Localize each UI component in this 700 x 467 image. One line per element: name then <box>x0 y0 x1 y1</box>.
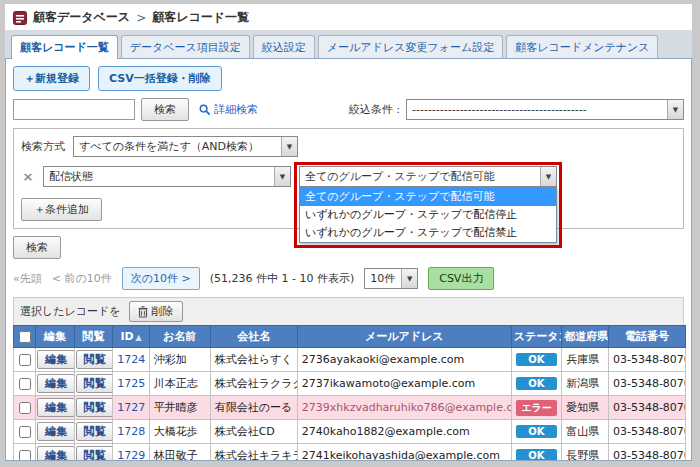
row-checkbox[interactable] <box>19 450 31 461</box>
status-badge: OK <box>516 449 558 461</box>
add-condition-button[interactable]: ＋条件追加 <box>21 198 102 221</box>
header-id[interactable]: ID▲ <box>113 326 149 348</box>
header-phone: 電話番号 <box>608 326 685 348</box>
filter-condition-value: ----------------------------------------… <box>412 103 663 116</box>
view-button[interactable]: 閲覧 <box>76 350 113 369</box>
cell-name: 沖彩加 <box>149 348 210 372</box>
filter-condition-select[interactable]: ----------------------------------------… <box>406 99 684 120</box>
cell-pref: 新潟県 <box>562 372 609 396</box>
edit-button[interactable]: 編集 <box>37 398 74 417</box>
tab-filter-settings[interactable]: 絞込設定 <box>253 35 315 58</box>
cell-phone: 03-5348-8070 <box>608 444 685 462</box>
cell-company: 有限会社のーる <box>210 396 297 420</box>
table-row-error: 編集 閲覧 1727 平井晴彦 有限会社のーる 2739xhkzvadharuh… <box>14 396 686 420</box>
cell-phone: 03-5348-8070 <box>608 372 685 396</box>
tab-record-maintenance[interactable]: 顧客レコードメンテナンス <box>506 35 658 58</box>
cell-email: 2740kaho1882@example.com <box>297 420 511 444</box>
new-record-button[interactable]: ＋新規登録 <box>13 66 90 91</box>
per-page-value: 10件 <box>370 271 397 286</box>
delivery-status-select-area: 全てのグループ・ステップで配信可能 ▼ 全てのグループ・ステップで配信可能 いず… <box>299 166 557 187</box>
breadcrumb: 顧客データベース > 顧客レコード一覧 <box>5 4 692 30</box>
row-checkbox[interactable] <box>19 426 31 438</box>
status-badge: OK <box>516 353 558 366</box>
header-status: ステータス <box>511 326 562 348</box>
condition-field-value: 配信状態 <box>49 169 270 184</box>
keyword-search-button[interactable]: 検索 <box>141 98 189 121</box>
chevron-down-icon: ▼ <box>274 167 290 186</box>
cell-name: 林田敬子 <box>149 444 210 462</box>
search-method-label: 検索方式 <box>21 139 65 154</box>
header-view: 閲覧 <box>74 326 113 348</box>
cell-phone: 03-5348-8070 <box>608 420 685 444</box>
delivery-status-select[interactable]: 全てのグループ・ステップで配信可能 ▼ <box>299 166 557 187</box>
tab-customer-record-list[interactable]: 顧客レコード一覧 <box>11 35 118 59</box>
chevron-down-icon: ▼ <box>401 269 417 288</box>
header-edit: 編集 <box>36 326 75 348</box>
view-button[interactable]: 閲覧 <box>76 446 113 461</box>
header-pref: 都道府県 <box>562 326 609 348</box>
selection-label: 選択したレコードを <box>20 304 121 319</box>
dropdown-option-all-deliverable[interactable]: 全てのグループ・ステップで配信可能 <box>300 188 556 206</box>
trash-icon <box>138 306 148 318</box>
tab-email-change-form-settings[interactable]: メールアドレス変更フォーム設定 <box>318 35 503 58</box>
delete-button[interactable]: 削除 <box>129 301 183 322</box>
status-badge: OK <box>516 377 558 390</box>
table-row: 編集 閲覧 1728 大橋花歩 株式会社CD 2740kaho1882@exam… <box>14 420 686 444</box>
cell-id: 1725 <box>113 372 149 396</box>
select-all-checkbox[interactable] <box>19 331 31 343</box>
csv-bulk-register-delete-button[interactable]: CSV一括登録・削除 <box>98 66 222 91</box>
criteria-search-button[interactable]: 検索 <box>13 236 61 259</box>
table-row: 編集 閲覧 1724 沖彩加 株式会社らすく 2736ayakaoki@exam… <box>14 348 686 372</box>
advanced-search-label: 詳細検索 <box>214 102 258 117</box>
keyword-search-input[interactable] <box>13 99 135 120</box>
cell-email: 2739xhkzvadharuhiko786@example.com <box>297 396 511 420</box>
view-button[interactable]: 閲覧 <box>76 374 113 393</box>
cell-id: 1724 <box>113 348 149 372</box>
cell-name: 平井晴彦 <box>149 396 210 420</box>
app-icon <box>13 11 27 25</box>
records-table: 編集 閲覧 ID▲ お名前 会社名 メールアドレス ステータス 都道府県 電話番… <box>13 325 686 461</box>
cell-company: 株式会社ラクラク <box>210 372 297 396</box>
search-method-select[interactable]: すべての条件を満たす（AND検索） ▼ <box>73 136 298 157</box>
dropdown-option-any-banned[interactable]: いずれかのグループ・ステップで配信禁止 <box>300 224 556 242</box>
pagination-prev: < 前の10件 <box>52 271 112 286</box>
csv-export-button[interactable]: CSV出力 <box>428 267 494 290</box>
per-page-select[interactable]: 10件 ▼ <box>364 268 418 289</box>
cell-name: 大橋花歩 <box>149 420 210 444</box>
table-row: 編集 閲覧 1725 川本正志 株式会社ラクラク 2737ikawamoto@e… <box>14 372 686 396</box>
remove-condition-icon[interactable]: × <box>21 169 35 184</box>
condition-row: × 配信状態 ▼ 全てのグループ・ステップで配信可能 ▼ 全てのグループ・ステッ… <box>21 166 676 187</box>
cell-phone: 03-5348-8070 <box>608 396 685 420</box>
cell-email: 2736ayakaoki@example.com <box>297 348 511 372</box>
breadcrumb-separator: > <box>136 11 146 25</box>
condition-field-select[interactable]: 配信状態 ▼ <box>43 166 291 187</box>
tab-database-field-settings[interactable]: データベース項目設定 <box>121 35 250 58</box>
edit-button[interactable]: 編集 <box>37 374 74 393</box>
row-checkbox[interactable] <box>19 378 31 390</box>
edit-button[interactable]: 編集 <box>37 422 74 441</box>
edit-button[interactable]: 編集 <box>37 446 74 461</box>
table-row: 編集 閲覧 1729 林田敬子 株式会社キラキラ 2741keikohayash… <box>14 444 686 462</box>
breadcrumb-root[interactable]: 顧客データベース <box>33 9 130 26</box>
cell-company: 株式会社キラキラ <box>210 444 297 462</box>
pagination-next-button[interactable]: 次の10件 > <box>122 267 200 290</box>
view-button[interactable]: 閲覧 <box>76 422 113 441</box>
delivery-status-dropdown: 全てのグループ・ステップで配信可能 いずれかのグループ・ステップで配信停止 いず… <box>299 187 557 243</box>
header-email: メールアドレス <box>297 326 511 348</box>
delivery-status-value: 全てのグループ・ステップで配信可能 <box>305 169 536 184</box>
cell-email: 2741keikohayashida@example.com <box>297 444 511 462</box>
view-button[interactable]: 閲覧 <box>76 398 113 417</box>
cell-pref: 兵庫県 <box>562 348 609 372</box>
cell-id: 1727 <box>113 396 149 420</box>
row-checkbox[interactable] <box>19 402 31 414</box>
tab-bar: 顧客レコード一覧 データベース項目設定 絞込設定 メールアドレス変更フォーム設定… <box>5 30 692 58</box>
dropdown-option-any-stopped[interactable]: いずれかのグループ・ステップで配信停止 <box>300 206 556 224</box>
advanced-search-link[interactable]: 詳細検索 <box>199 102 258 117</box>
breadcrumb-current: 顧客レコード一覧 <box>152 9 249 26</box>
edit-button[interactable]: 編集 <box>37 350 74 369</box>
app-window: 顧客データベース > 顧客レコード一覧 顧客レコード一覧 データベース項目設定 … <box>0 0 700 467</box>
chevron-down-icon: ▼ <box>540 167 556 186</box>
row-checkbox[interactable] <box>19 354 31 366</box>
sort-ascending-icon: ▲ <box>136 333 142 342</box>
cell-pref: 愛知県 <box>562 396 609 420</box>
